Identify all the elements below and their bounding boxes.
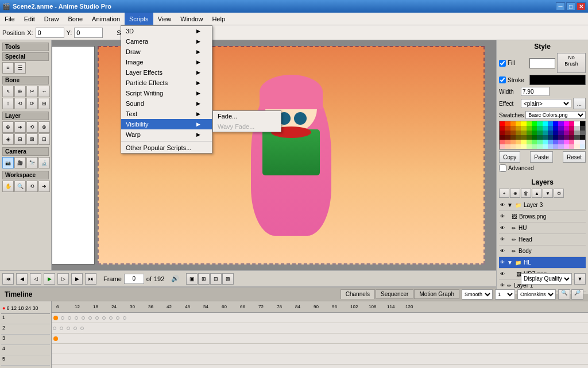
minimize-button[interactable]: ─ bbox=[556, 2, 565, 10]
swatch-cell-70[interactable] bbox=[532, 140, 537, 144]
swatch-cell-27[interactable] bbox=[558, 126, 563, 131]
play-button[interactable]: ▶ bbox=[44, 273, 55, 285]
tab-channels[interactable]: Channels bbox=[341, 289, 375, 299]
swatch-cell-85[interactable] bbox=[527, 144, 532, 149]
swatch-cell-36[interactable] bbox=[521, 131, 526, 135]
swatch-cell-95[interactable] bbox=[580, 144, 585, 149]
x-input[interactable] bbox=[36, 28, 64, 38]
swatch-cell-46[interactable] bbox=[574, 131, 579, 135]
swatch-cell-38[interactable] bbox=[532, 131, 537, 135]
layer-copy-button[interactable]: ⊕ bbox=[510, 189, 520, 198]
swatch-cell-13[interactable] bbox=[569, 121, 574, 126]
swatch-cell-44[interactable] bbox=[564, 131, 569, 135]
view-mode-4[interactable]: ⊠ bbox=[222, 273, 234, 285]
view-mode-3[interactable]: ⊟ bbox=[210, 273, 222, 285]
swatch-cell-28[interactable] bbox=[564, 126, 569, 131]
layer-delete-button[interactable]: 🗑 bbox=[521, 189, 531, 198]
swatch-cell-55[interactable] bbox=[537, 135, 542, 140]
y-input[interactable] bbox=[74, 28, 103, 38]
swatch-cell-2[interactable] bbox=[510, 121, 516, 126]
swatch-cell-92[interactable] bbox=[564, 144, 569, 149]
layer-tool-4[interactable]: ⊗ bbox=[38, 121, 50, 133]
tab-motion-graph[interactable]: Motion Graph bbox=[414, 289, 459, 299]
menu-view[interactable]: View bbox=[153, 13, 176, 25]
bone-tool-5[interactable]: ↕ bbox=[2, 98, 14, 109]
camera-tool-2[interactable]: 🎥 bbox=[14, 157, 26, 168]
maximize-button[interactable]: □ bbox=[566, 2, 575, 10]
swatch-cell-1[interactable] bbox=[505, 121, 510, 126]
submenu-fade[interactable]: Fade... bbox=[213, 111, 281, 121]
menu-edit[interactable]: Edit bbox=[20, 13, 40, 25]
swatch-cell-57[interactable] bbox=[548, 135, 553, 140]
swatch-cell-40[interactable] bbox=[543, 131, 548, 135]
close-button[interactable]: ✕ bbox=[577, 2, 586, 10]
interpolation-select[interactable]: Smooth bbox=[462, 289, 493, 300]
menu-scripts-camera[interactable]: Camera ▶ bbox=[121, 36, 212, 47]
menu-scripts[interactable]: Scripts bbox=[125, 13, 153, 25]
view-mode-1[interactable]: ▣ bbox=[186, 273, 198, 285]
view-mode-2[interactable]: ⊞ bbox=[198, 273, 210, 285]
swatch-cell-43[interactable] bbox=[558, 131, 563, 135]
swatch-cell-65[interactable] bbox=[505, 140, 510, 144]
camera-tool-3[interactable]: 🔭 bbox=[26, 157, 38, 168]
layer-tool-6[interactable]: ⊟ bbox=[14, 133, 26, 145]
title-bar-controls[interactable]: ─ □ ✕ bbox=[556, 2, 586, 10]
prev-frame-button[interactable]: ◀ bbox=[16, 273, 28, 285]
swatch-cell-16[interactable] bbox=[500, 126, 505, 131]
swatch-cell-17[interactable] bbox=[505, 126, 510, 131]
rate-select[interactable]: 1 bbox=[495, 289, 515, 300]
swatch-cell-15[interactable] bbox=[580, 121, 585, 126]
width-input[interactable] bbox=[521, 87, 550, 96]
swatch-cell-73[interactable] bbox=[548, 140, 553, 144]
swatch-cell-32[interactable] bbox=[500, 131, 505, 135]
layer-tool-3[interactable]: ⟲ bbox=[26, 121, 38, 133]
swatch-cell-64[interactable] bbox=[500, 140, 505, 144]
swatch-cell-37[interactable] bbox=[527, 131, 532, 135]
bone-tool-4[interactable]: ↔ bbox=[38, 86, 50, 97]
camera-tool-1[interactable]: 📷 bbox=[2, 157, 14, 168]
swatch-cell-58[interactable] bbox=[553, 135, 558, 140]
timeline-tracks-area[interactable]: 6 12 18 24 30 36 42 48 54 60 66 72 78 84… bbox=[52, 301, 588, 368]
swatch-cell-86[interactable] bbox=[532, 144, 537, 149]
swatch-cell-79[interactable] bbox=[580, 140, 585, 144]
swatch-cell-78[interactable] bbox=[574, 140, 579, 144]
bone-tool-8[interactable]: ⊞ bbox=[38, 98, 50, 109]
menu-scripts-other-popular[interactable]: Other Popular Scripts... bbox=[121, 143, 212, 153]
menu-scripts-script-writing[interactable]: Script Writing ▶ bbox=[121, 88, 212, 98]
menu-bone[interactable]: Bone bbox=[63, 13, 87, 25]
ws-tool-1[interactable]: ✋ bbox=[2, 181, 14, 192]
swatch-cell-20[interactable] bbox=[521, 126, 526, 131]
swatch-cell-19[interactable] bbox=[516, 126, 521, 131]
menu-scripts-text[interactable]: Text ▶ bbox=[121, 109, 212, 119]
swatch-cell-80[interactable] bbox=[500, 144, 505, 149]
swatch-cell-75[interactable] bbox=[558, 140, 563, 144]
effect-select[interactable]: <plain> bbox=[521, 99, 571, 108]
swatch-cell-49[interactable] bbox=[505, 135, 510, 140]
menu-scripts-sound[interactable]: Sound ▶ bbox=[121, 98, 212, 109]
layer-tool-8[interactable]: ⊡ bbox=[38, 133, 50, 145]
menu-scripts-warp[interactable]: Warp ▶ bbox=[121, 129, 212, 140]
swatch-cell-89[interactable] bbox=[548, 144, 553, 149]
swatch-cell-84[interactable] bbox=[521, 144, 526, 149]
no-brush-button[interactable]: NoBrush bbox=[557, 53, 586, 73]
special-tool-2[interactable]: ☰ bbox=[14, 62, 26, 74]
tab-sequencer[interactable]: Sequencer bbox=[376, 289, 413, 299]
swatch-cell-45[interactable] bbox=[569, 131, 574, 135]
layer-tool-1[interactable]: ⊕ bbox=[2, 121, 14, 133]
menu-scripts-image[interactable]: Image ▶ bbox=[121, 57, 212, 67]
fill-checkbox[interactable] bbox=[499, 60, 506, 67]
swatch-cell-66[interactable] bbox=[510, 140, 516, 144]
camera-tool-4[interactable]: 🔬 bbox=[38, 157, 50, 168]
layer-item-hl[interactable]: 👁 ▼ 📁 HL bbox=[499, 257, 586, 269]
swatch-cell-71[interactable] bbox=[537, 140, 542, 144]
swatch-cell-3[interactable] bbox=[516, 121, 521, 126]
menu-scripts-draw[interactable]: Draw ▶ bbox=[121, 47, 212, 57]
swatch-cell-61[interactable] bbox=[569, 135, 574, 140]
layer-move-up-button[interactable]: ▲ bbox=[532, 189, 542, 198]
swatch-cell-39[interactable] bbox=[537, 131, 542, 135]
fill-color[interactable] bbox=[529, 58, 555, 68]
ws-tool-2[interactable]: 🔍 bbox=[14, 181, 26, 192]
menu-draw[interactable]: Draw bbox=[40, 13, 64, 25]
layer-item-layer3[interactable]: 👁 ▼ 📁 Layer 3 bbox=[499, 200, 586, 211]
swatch-cell-9[interactable] bbox=[548, 121, 553, 126]
